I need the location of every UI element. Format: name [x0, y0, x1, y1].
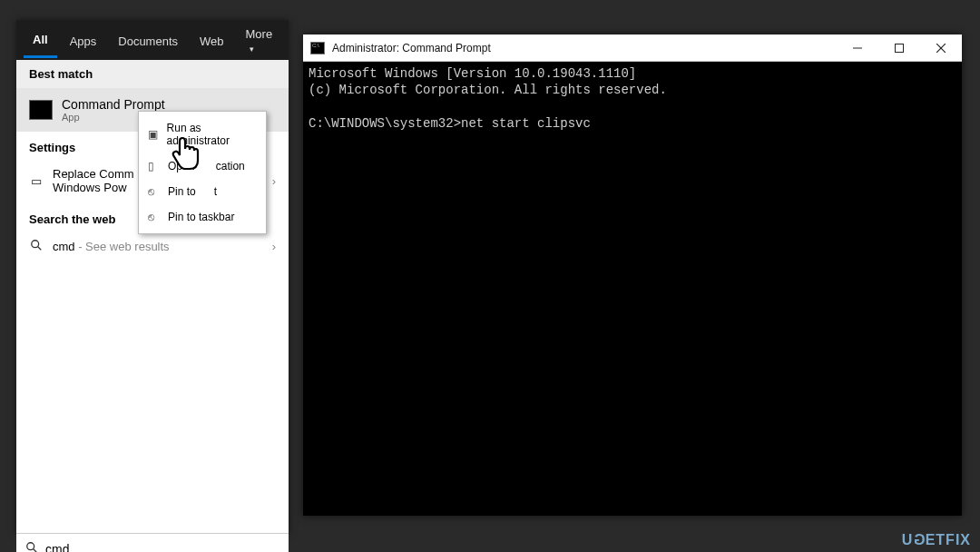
search-icon	[25, 541, 38, 552]
tab-all[interactable]: All	[24, 22, 57, 58]
maximize-button[interactable]	[878, 34, 920, 62]
search-icon	[29, 239, 44, 254]
close-button[interactable]	[920, 34, 962, 62]
svg-point-0	[32, 241, 39, 248]
pin-icon: ⎋	[148, 185, 161, 198]
tab-more[interactable]: More ▾	[237, 16, 282, 64]
window-title: Administrator: Command Prompt	[332, 42, 491, 54]
settings-item-label: Replace Comm Windows Pow	[53, 167, 134, 194]
chevron-right-icon: ›	[272, 174, 276, 188]
watermark: UGETFIX	[902, 532, 971, 548]
ctx-label: Pin to t	[168, 185, 217, 198]
ctx-pin-to-start[interactable]: ⎋ Pin to t	[139, 179, 266, 204]
search-tabs: All Apps Documents Web More ▾	[16, 20, 289, 60]
cmd-window: Administrator: Command Prompt Microsoft …	[303, 34, 962, 516]
tab-apps[interactable]: Apps	[61, 24, 106, 57]
tab-documents[interactable]: Documents	[109, 24, 187, 57]
tab-more-label: More	[246, 27, 273, 41]
best-match-title: Command Prompt	[62, 97, 165, 112]
ctx-pin-to-taskbar[interactable]: ⎋ Pin to taskbar	[139, 204, 266, 230]
ctx-label: Pin to taskbar	[168, 211, 234, 223]
folder-icon: ▯	[148, 160, 161, 172]
svg-rect-5	[896, 44, 904, 52]
cursor-hand-icon	[167, 134, 203, 171]
context-menu: ▣ Run as administrator ▯ Open cation ⎋ P…	[138, 111, 267, 234]
best-match-header: Best match	[16, 60, 289, 88]
admin-shield-icon: ▣	[148, 128, 160, 141]
taskbar-search-box[interactable]	[16, 533, 289, 552]
cmd-prompt-icon	[29, 100, 53, 120]
web-result-cmd[interactable]: cmd - See web results ›	[16, 230, 289, 263]
search-input[interactable]	[45, 542, 279, 553]
start-search-panel: All Apps Documents Web More ▾ Best match…	[16, 20, 289, 533]
tab-web[interactable]: Web	[191, 24, 233, 57]
cmd-prompt-icon	[310, 42, 325, 54]
console-output[interactable]: Microsoft Windows [Version 10.0.19043.11…	[303, 62, 962, 516]
chevron-right-icon: ›	[272, 240, 276, 253]
minimize-button[interactable]	[837, 34, 878, 62]
svg-point-2	[27, 543, 34, 550]
pin-icon: ⎋	[148, 211, 161, 223]
web-result-label: cmd - See web results	[53, 240, 170, 253]
settings-icon: ▭	[29, 174, 44, 188]
window-titlebar[interactable]: Administrator: Command Prompt	[303, 34, 962, 62]
svg-line-1	[38, 247, 42, 251]
chevron-down-icon: ▾	[250, 44, 254, 54]
